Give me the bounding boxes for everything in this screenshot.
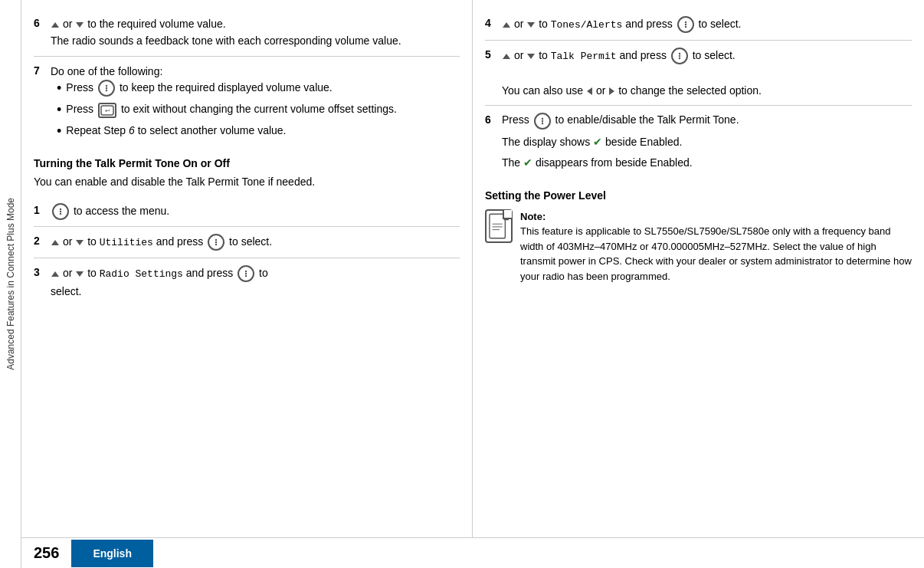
step-5-body: or to Talk Permit and press to select. Y… bbox=[502, 47, 912, 100]
step5-to-select: to select. bbox=[693, 49, 736, 61]
svg-rect-23 bbox=[490, 214, 505, 238]
note-title: Note: bbox=[520, 211, 546, 222]
svg-point-22 bbox=[541, 122, 542, 123]
svg-point-5 bbox=[60, 208, 61, 210]
exit-icon-b2: ↩ bbox=[98, 103, 116, 118]
step3-to-select: to bbox=[259, 267, 268, 279]
menu-icon-s4 bbox=[677, 16, 694, 33]
step-num-5: 5 bbox=[485, 47, 502, 61]
step-num-2: 2 bbox=[34, 233, 51, 247]
step-6-volume: 6 or to the required volume value. The r… bbox=[34, 9, 460, 57]
menu-icon-b1 bbox=[98, 80, 115, 97]
svg-point-18 bbox=[679, 55, 680, 57]
svg-point-16 bbox=[684, 26, 686, 28]
bullet-1: • Press to keep the required displayed v… bbox=[57, 80, 460, 97]
bullet-dot-1: • bbox=[57, 81, 61, 95]
svg-point-15 bbox=[684, 24, 686, 25]
step-2: 2 or to Utilities and press to select. bbox=[34, 227, 460, 258]
bullet-3: • Repeat Step 6 to select another volume… bbox=[57, 123, 460, 139]
step2-or: or bbox=[63, 235, 75, 248]
step-ref: 6 bbox=[129, 124, 135, 136]
step4-code: Tones/Alerts bbox=[551, 19, 623, 31]
right-column: 4 or to Tones/Alerts and press to select… bbox=[473, 0, 924, 537]
step-4-body: or to Tones/Alerts and press to select. bbox=[502, 15, 912, 34]
step3-to: to bbox=[87, 267, 100, 279]
step5-and-press: and press bbox=[619, 49, 669, 61]
menu-icon-s1 bbox=[52, 203, 69, 220]
svg-point-1 bbox=[106, 87, 107, 89]
step3-select: select. bbox=[51, 285, 81, 297]
step4-to-select: to select. bbox=[698, 18, 741, 30]
svg-point-20 bbox=[541, 117, 542, 119]
step6-right-p2: The display shows ✔ beside Enabled. bbox=[502, 134, 739, 150]
step-num-6-vol: 6 bbox=[34, 15, 51, 29]
menu-icon-s6r bbox=[534, 113, 551, 130]
step5-to: to bbox=[539, 49, 551, 61]
bullet-2: • Press ↩ to exit without changing the c bbox=[57, 101, 460, 117]
step-5: 5 or to Talk Permit and press to select.… bbox=[485, 41, 912, 107]
svg-point-12 bbox=[245, 273, 247, 274]
step7-intro: Do one of the following: bbox=[51, 63, 460, 80]
step4-and-press: and press bbox=[625, 18, 675, 30]
svg-point-19 bbox=[679, 57, 680, 59]
talk-permit-para: You can enable and disable the Talk Perm… bbox=[34, 174, 460, 190]
bullet-dot-2: • bbox=[57, 103, 61, 117]
sidebar: Advanced Features in Connect Plus Mode bbox=[0, 0, 21, 568]
step-6-vol-body: or to the required volume value. The rad… bbox=[51, 15, 460, 50]
step-7: 7 Do one of the following: • Press to ke… bbox=[34, 57, 460, 149]
svg-point-14 bbox=[684, 21, 686, 23]
svg-point-7 bbox=[60, 213, 61, 215]
menu-icon-s5 bbox=[671, 48, 688, 64]
step6-text: to the required volume value. bbox=[87, 18, 226, 30]
step-num-1: 1 bbox=[34, 202, 51, 216]
step6-subtext: The radio sounds a feedback tone with ea… bbox=[51, 34, 401, 47]
svg-point-8 bbox=[215, 239, 217, 241]
bullet-1-text: Press to keep the required displayed vol… bbox=[66, 80, 332, 97]
svg-point-13 bbox=[245, 275, 247, 277]
arrow-down-s3 bbox=[76, 271, 84, 277]
columns: 6 or to the required volume value. The r… bbox=[21, 0, 924, 537]
note-content: Note: This feature is applicable to SL75… bbox=[520, 209, 912, 284]
step2-code: Utilities bbox=[100, 237, 153, 248]
step3-and-press: and press bbox=[186, 267, 236, 279]
step6-or: or bbox=[63, 18, 75, 30]
svg-point-21 bbox=[541, 120, 542, 121]
step-4: 4 or to Tones/Alerts and press to select… bbox=[485, 9, 912, 41]
step1-text: to access the menu. bbox=[74, 205, 169, 217]
power-level-heading: Setting the Power Level bbox=[485, 189, 912, 202]
left-column: 6 or to the required volume value. The r… bbox=[21, 0, 473, 537]
step3-code: Radio Settings bbox=[100, 268, 183, 280]
step2-to: to bbox=[87, 235, 100, 248]
bullet-2-text: Press ↩ to exit without changing the cur… bbox=[66, 101, 397, 117]
step5-to-change: to change the selected option. bbox=[618, 84, 762, 97]
note-box: Note: This feature is applicable to SL75… bbox=[485, 209, 912, 284]
arrow-up-s4 bbox=[503, 22, 510, 28]
arrow-left-s5 bbox=[587, 87, 592, 95]
step-3-body: or to Radio Settings and press to select… bbox=[51, 264, 460, 300]
check-icon-1: ✔ bbox=[593, 136, 602, 148]
bullet-dot-3: • bbox=[57, 124, 61, 138]
arrow-up-s5 bbox=[503, 54, 510, 59]
svg-point-2 bbox=[106, 90, 107, 91]
step2-to-select: to select. bbox=[229, 235, 272, 248]
step-6-right: 6 Press to enable/disable the Talk Permi… bbox=[485, 106, 912, 181]
step4-to: to bbox=[539, 18, 551, 30]
step5-extra: You can also use bbox=[502, 84, 586, 97]
svg-point-17 bbox=[679, 53, 680, 54]
arrow-down-s5 bbox=[527, 54, 535, 59]
arrow-down-icon bbox=[76, 22, 84, 28]
svg-text:↩: ↩ bbox=[105, 107, 110, 114]
svg-point-9 bbox=[215, 241, 217, 243]
svg-point-6 bbox=[60, 211, 61, 212]
svg-point-0 bbox=[106, 85, 107, 87]
arrow-down-s2 bbox=[76, 240, 84, 245]
step4-or: or bbox=[514, 18, 526, 30]
main-content: 6 or to the required volume value. The r… bbox=[21, 0, 924, 568]
step5-or2: or bbox=[596, 84, 608, 97]
step-6r-num: 6 bbox=[485, 112, 502, 175]
bullet-3-text: Repeat Step 6 to select another volume v… bbox=[66, 123, 286, 139]
arrow-up-s3 bbox=[51, 271, 59, 277]
arrow-up-s2 bbox=[51, 240, 59, 245]
step6-right-p3: The ✔ disappears from beside Enabled. bbox=[502, 155, 739, 171]
step5-or: or bbox=[514, 49, 526, 61]
